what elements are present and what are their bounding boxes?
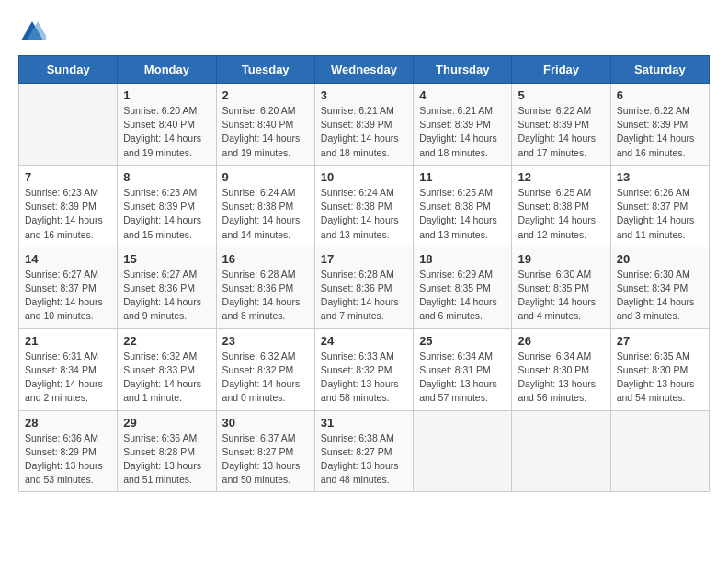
calendar-cell: 23Sunrise: 6:32 AM Sunset: 8:32 PM Dayli…	[216, 328, 314, 410]
day-number: 18	[419, 252, 506, 266]
week-row-1: 1Sunrise: 6:20 AM Sunset: 8:40 PM Daylig…	[19, 84, 710, 166]
calendar-cell: 27Sunrise: 6:35 AM Sunset: 8:30 PM Dayli…	[610, 328, 709, 410]
day-number: 4	[419, 88, 506, 102]
calendar-cell: 3Sunrise: 6:21 AM Sunset: 8:39 PM Daylig…	[314, 84, 413, 166]
day-number: 12	[518, 170, 604, 184]
day-number: 3	[321, 88, 407, 102]
cell-text: Sunrise: 6:36 AM Sunset: 8:28 PM Dayligh…	[123, 431, 210, 488]
day-header-monday: Monday	[118, 56, 216, 84]
day-number: 11	[419, 170, 506, 184]
calendar-cell	[512, 410, 610, 492]
calendar-cell: 2Sunrise: 6:20 AM Sunset: 8:40 PM Daylig…	[216, 84, 314, 166]
day-number: 27	[617, 334, 703, 348]
cell-text: Sunrise: 6:31 AM Sunset: 8:34 PM Dayligh…	[25, 350, 111, 406]
calendar-cell	[19, 84, 118, 166]
day-number: 2	[222, 88, 309, 102]
day-number: 10	[321, 170, 407, 184]
cell-text: Sunrise: 6:32 AM Sunset: 8:33 PM Dayligh…	[123, 350, 210, 406]
logo-icon	[18, 18, 46, 46]
cell-text: Sunrise: 6:26 AM Sunset: 8:37 PM Dayligh…	[617, 186, 703, 242]
cell-text: Sunrise: 6:29 AM Sunset: 8:35 PM Dayligh…	[419, 268, 506, 324]
day-number: 29	[123, 416, 210, 430]
day-number: 30	[222, 416, 309, 430]
day-header-sunday: Sunday	[19, 56, 118, 84]
logo	[18, 18, 51, 46]
day-number: 26	[518, 334, 604, 348]
day-header-wednesday: Wednesday	[314, 56, 413, 84]
day-number: 23	[222, 334, 309, 348]
cell-text: Sunrise: 6:24 AM Sunset: 8:38 PM Dayligh…	[321, 186, 407, 242]
page-header	[18, 18, 710, 46]
calendar-cell: 18Sunrise: 6:29 AM Sunset: 8:35 PM Dayli…	[414, 247, 512, 328]
calendar-cell: 11Sunrise: 6:25 AM Sunset: 8:38 PM Dayli…	[414, 165, 512, 247]
calendar-cell: 15Sunrise: 6:27 AM Sunset: 8:36 PM Dayli…	[118, 247, 216, 328]
calendar-cell: 16Sunrise: 6:28 AM Sunset: 8:36 PM Dayli…	[216, 247, 314, 328]
day-number: 20	[617, 252, 703, 266]
day-header-friday: Friday	[512, 56, 610, 84]
day-number: 24	[321, 334, 407, 348]
day-number: 1	[123, 88, 210, 102]
calendar-table: SundayMondayTuesdayWednesdayThursdayFrid…	[18, 55, 710, 492]
calendar-cell: 21Sunrise: 6:31 AM Sunset: 8:34 PM Dayli…	[19, 328, 118, 410]
calendar-cell: 10Sunrise: 6:24 AM Sunset: 8:38 PM Dayli…	[314, 165, 413, 247]
cell-text: Sunrise: 6:24 AM Sunset: 8:38 PM Dayligh…	[222, 186, 309, 242]
cell-text: Sunrise: 6:23 AM Sunset: 8:39 PM Dayligh…	[25, 186, 111, 242]
cell-text: Sunrise: 6:37 AM Sunset: 8:27 PM Dayligh…	[222, 431, 309, 488]
cell-text: Sunrise: 6:22 AM Sunset: 8:39 PM Dayligh…	[617, 104, 703, 160]
calendar-cell: 5Sunrise: 6:22 AM Sunset: 8:39 PM Daylig…	[512, 84, 610, 166]
calendar-cell: 4Sunrise: 6:21 AM Sunset: 8:39 PM Daylig…	[414, 84, 512, 166]
cell-text: Sunrise: 6:28 AM Sunset: 8:36 PM Dayligh…	[222, 268, 309, 324]
calendar-cell: 25Sunrise: 6:34 AM Sunset: 8:31 PM Dayli…	[414, 328, 512, 410]
day-number: 15	[123, 252, 210, 266]
cell-text: Sunrise: 6:38 AM Sunset: 8:27 PM Dayligh…	[321, 431, 407, 488]
calendar-cell: 31Sunrise: 6:38 AM Sunset: 8:27 PM Dayli…	[314, 410, 413, 492]
cell-text: Sunrise: 6:21 AM Sunset: 8:39 PM Dayligh…	[419, 104, 506, 160]
cell-text: Sunrise: 6:27 AM Sunset: 8:36 PM Dayligh…	[123, 268, 210, 324]
cell-text: Sunrise: 6:30 AM Sunset: 8:35 PM Dayligh…	[518, 268, 604, 324]
header-row: SundayMondayTuesdayWednesdayThursdayFrid…	[19, 56, 710, 84]
cell-text: Sunrise: 6:21 AM Sunset: 8:39 PM Dayligh…	[321, 104, 407, 160]
calendar-cell	[414, 410, 512, 492]
day-number: 14	[25, 252, 111, 266]
cell-text: Sunrise: 6:20 AM Sunset: 8:40 PM Dayligh…	[123, 104, 210, 160]
cell-text: Sunrise: 6:25 AM Sunset: 8:38 PM Dayligh…	[518, 186, 604, 242]
calendar-cell: 22Sunrise: 6:32 AM Sunset: 8:33 PM Dayli…	[118, 328, 216, 410]
day-number: 5	[518, 88, 604, 102]
day-number: 21	[25, 334, 111, 348]
day-number: 28	[25, 416, 111, 430]
cell-text: Sunrise: 6:22 AM Sunset: 8:39 PM Dayligh…	[518, 104, 604, 160]
day-header-saturday: Saturday	[610, 56, 709, 84]
calendar-cell: 7Sunrise: 6:23 AM Sunset: 8:39 PM Daylig…	[19, 165, 118, 247]
day-number: 13	[617, 170, 703, 184]
calendar-cell	[610, 410, 709, 492]
week-row-5: 28Sunrise: 6:36 AM Sunset: 8:29 PM Dayli…	[19, 410, 710, 492]
day-number: 16	[222, 252, 309, 266]
calendar-cell: 24Sunrise: 6:33 AM Sunset: 8:32 PM Dayli…	[314, 328, 413, 410]
day-number: 31	[321, 416, 407, 430]
day-number: 22	[123, 334, 210, 348]
calendar-cell: 19Sunrise: 6:30 AM Sunset: 8:35 PM Dayli…	[512, 247, 610, 328]
calendar-cell: 1Sunrise: 6:20 AM Sunset: 8:40 PM Daylig…	[118, 84, 216, 166]
cell-text: Sunrise: 6:27 AM Sunset: 8:37 PM Dayligh…	[25, 268, 111, 324]
cell-text: Sunrise: 6:33 AM Sunset: 8:32 PM Dayligh…	[321, 350, 407, 406]
calendar-cell: 29Sunrise: 6:36 AM Sunset: 8:28 PM Dayli…	[118, 410, 216, 492]
day-number: 9	[222, 170, 309, 184]
cell-text: Sunrise: 6:34 AM Sunset: 8:31 PM Dayligh…	[419, 350, 506, 406]
cell-text: Sunrise: 6:30 AM Sunset: 8:34 PM Dayligh…	[617, 268, 703, 324]
cell-text: Sunrise: 6:34 AM Sunset: 8:30 PM Dayligh…	[518, 350, 604, 406]
calendar-cell: 30Sunrise: 6:37 AM Sunset: 8:27 PM Dayli…	[216, 410, 314, 492]
week-row-2: 7Sunrise: 6:23 AM Sunset: 8:39 PM Daylig…	[19, 165, 710, 247]
calendar-cell: 26Sunrise: 6:34 AM Sunset: 8:30 PM Dayli…	[512, 328, 610, 410]
calendar-cell: 14Sunrise: 6:27 AM Sunset: 8:37 PM Dayli…	[19, 247, 118, 328]
calendar-cell: 8Sunrise: 6:23 AM Sunset: 8:39 PM Daylig…	[118, 165, 216, 247]
day-number: 8	[123, 170, 210, 184]
day-number: 6	[617, 88, 703, 102]
cell-text: Sunrise: 6:20 AM Sunset: 8:40 PM Dayligh…	[222, 104, 309, 160]
calendar-header: SundayMondayTuesdayWednesdayThursdayFrid…	[19, 56, 710, 84]
calendar-cell: 20Sunrise: 6:30 AM Sunset: 8:34 PM Dayli…	[610, 247, 709, 328]
day-header-thursday: Thursday	[414, 56, 512, 84]
day-header-tuesday: Tuesday	[216, 56, 314, 84]
calendar-body: 1Sunrise: 6:20 AM Sunset: 8:40 PM Daylig…	[19, 84, 710, 492]
day-number: 17	[321, 252, 407, 266]
calendar-cell: 9Sunrise: 6:24 AM Sunset: 8:38 PM Daylig…	[216, 165, 314, 247]
